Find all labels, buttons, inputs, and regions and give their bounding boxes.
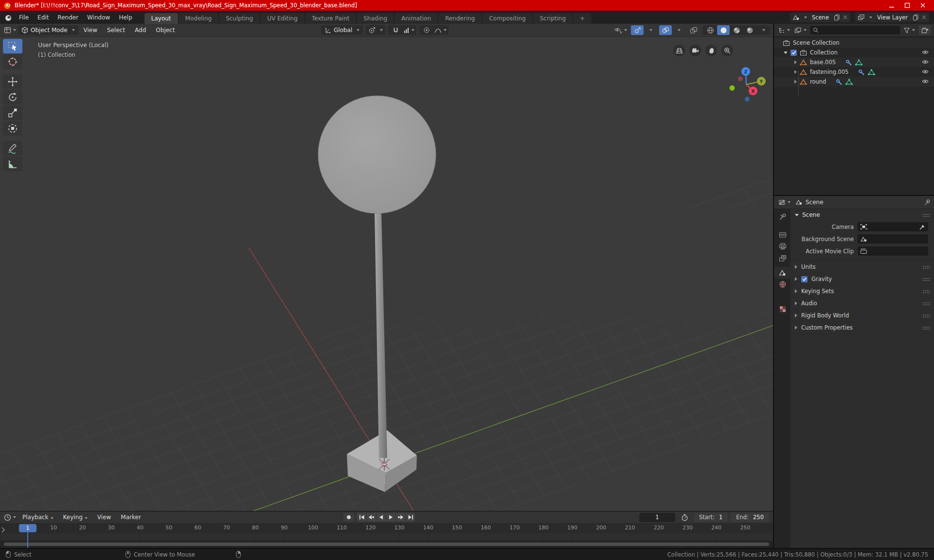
overlays-toggle[interactable]	[659, 25, 672, 35]
tool-measure[interactable]	[3, 157, 22, 171]
tab-scripting[interactable]: Scripting	[533, 13, 573, 24]
collapse-icon[interactable]	[784, 52, 788, 54]
panel-grip[interactable]	[922, 213, 930, 217]
snap-target-dropdown[interactable]	[402, 25, 415, 35]
end-frame-field[interactable]: End: 250	[731, 513, 769, 522]
menu-help[interactable]: Help	[114, 14, 136, 21]
expand-icon[interactable]	[794, 60, 797, 64]
timeline-track[interactable]	[0, 533, 773, 541]
viewport-menu-view[interactable]: View	[79, 27, 102, 34]
section-audio[interactable]: Audio	[790, 298, 934, 310]
panel-grip[interactable]	[922, 302, 930, 305]
tab-output[interactable]	[775, 241, 790, 252]
camera-field[interactable]	[858, 222, 928, 231]
tab-world[interactable]	[775, 279, 790, 290]
section-rigid-body-world[interactable]: Rigid Body World	[790, 310, 934, 322]
current-frame-field[interactable]: 1	[639, 513, 675, 522]
camera-view-button[interactable]	[689, 45, 701, 56]
tab-animation[interactable]: Animation	[395, 13, 438, 24]
tab-uv-editing[interactable]: UV Editing	[260, 13, 305, 24]
prev-keyframe-button[interactable]	[367, 513, 376, 522]
gizmo-neg-y[interactable]	[730, 86, 735, 91]
timeline-scrollbar[interactable]	[4, 542, 769, 546]
snap-toggle[interactable]	[389, 25, 402, 35]
tool-transform[interactable]	[3, 121, 22, 136]
play-button[interactable]	[386, 513, 395, 522]
gizmos-toggle[interactable]	[631, 25, 644, 35]
viewport-menu-object[interactable]: Object	[151, 27, 179, 34]
gravity-checkbox[interactable]	[801, 276, 808, 282]
panel-grip[interactable]	[922, 278, 930, 281]
section-gravity[interactable]: Gravity	[790, 273, 934, 285]
outliner-editor-type-button[interactable]	[777, 25, 791, 35]
timeline-menu-playback[interactable]: Playback	[18, 514, 58, 521]
gizmo-neg-z[interactable]	[745, 97, 750, 102]
section-custom-properties[interactable]: Custom Properties	[790, 322, 934, 334]
tab-add-workspace[interactable]: +	[573, 13, 592, 24]
hide-toggle[interactable]	[921, 69, 929, 75]
visibility-dropdown[interactable]	[613, 25, 628, 35]
tab-render[interactable]	[775, 229, 790, 241]
panel-grip[interactable]	[922, 290, 930, 293]
maximize-button[interactable]	[899, 0, 915, 11]
filter-dropdown[interactable]	[902, 25, 916, 35]
shading-rendered-button[interactable]	[743, 25, 756, 35]
new-scene-icon[interactable]	[834, 14, 840, 20]
pan-view-button[interactable]	[705, 45, 717, 56]
panel-grip[interactable]	[922, 326, 930, 330]
expand-icon[interactable]	[794, 80, 797, 84]
scene-panel-header[interactable]: Scene	[790, 209, 934, 221]
properties-editor-type-button[interactable]	[777, 197, 791, 207]
tab-texture-paint[interactable]: Texture Paint	[305, 13, 357, 24]
view-layer-selector[interactable]: View Layer	[855, 13, 929, 22]
shading-wireframe-button[interactable]	[704, 25, 717, 35]
tool-scale[interactable]	[3, 105, 22, 120]
timeline-menu-marker[interactable]: Marker	[116, 514, 145, 521]
next-keyframe-button[interactable]	[396, 513, 405, 522]
panel-grip[interactable]	[922, 265, 930, 269]
viewport-menu-add[interactable]: Add	[130, 27, 150, 34]
navigation-gizmo[interactable]: Z Y X	[729, 57, 768, 103]
timeline-menu-keying[interactable]: Keying	[59, 514, 92, 521]
outliner-search[interactable]	[810, 26, 900, 35]
falloff-dropdown[interactable]	[433, 25, 448, 35]
play-reverse-button[interactable]	[377, 513, 386, 522]
menu-file[interactable]: File	[15, 14, 33, 21]
eyedropper-icon[interactable]	[919, 224, 926, 230]
timeline-editor-type-button[interactable]	[3, 512, 17, 522]
expand-panel-chevron-icon[interactable]	[0, 526, 5, 533]
pin-button[interactable]	[924, 199, 931, 206]
outliner-display-mode-button[interactable]	[793, 25, 808, 35]
tab-modeling[interactable]: Modeling	[179, 13, 219, 24]
search-input[interactable]	[821, 27, 897, 34]
active-movie-clip-field[interactable]	[858, 246, 928, 256]
shading-material-button[interactable]	[730, 25, 743, 35]
tool-move[interactable]	[3, 74, 22, 89]
jump-to-start-button[interactable]	[357, 513, 366, 522]
tool-cursor[interactable]	[3, 54, 22, 69]
section-units[interactable]: Units	[790, 261, 934, 273]
record-button[interactable]	[343, 513, 354, 522]
pivot-point-dropdown[interactable]	[366, 25, 385, 35]
expand-icon[interactable]	[794, 70, 797, 74]
transform-orientation-dropdown[interactable]: Global	[321, 25, 363, 35]
timeline-ruler[interactable]: 1 10203040506070809010011012013014015016…	[0, 523, 773, 534]
xray-toggle[interactable]	[687, 25, 700, 35]
close-button[interactable]	[915, 0, 931, 11]
tool-select-box[interactable]	[3, 39, 22, 53]
tab-compositing[interactable]: Compositing	[482, 13, 533, 24]
menu-render[interactable]: Render	[53, 14, 83, 21]
new-view-layer-icon[interactable]	[913, 14, 919, 20]
hide-toggle[interactable]	[921, 59, 929, 65]
overlays-dropdown[interactable]	[672, 25, 684, 35]
tool-rotate[interactable]	[3, 90, 22, 105]
current-frame-badge[interactable]: 1	[19, 524, 36, 532]
mode-dropdown[interactable]: Object Mode	[18, 25, 78, 35]
tab-tool[interactable]	[775, 211, 790, 223]
section-keying-sets[interactable]: Keying Sets	[790, 285, 934, 298]
timeline-menu-view[interactable]: View	[93, 514, 115, 521]
shading-solid-button[interactable]	[717, 25, 730, 35]
background-scene-field[interactable]	[858, 234, 928, 244]
row-object-base[interactable]: base.005	[774, 57, 934, 67]
zoom-view-button[interactable]	[721, 45, 733, 56]
